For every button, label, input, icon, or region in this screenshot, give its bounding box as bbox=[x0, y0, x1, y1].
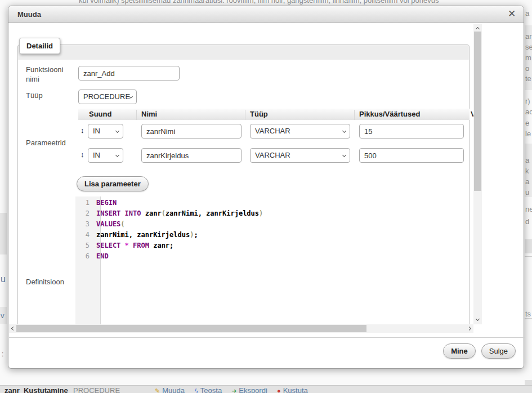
delete-icon: ● bbox=[277, 387, 281, 393]
type-label: Tüüp bbox=[26, 91, 43, 100]
horizontal-scrollbar[interactable] bbox=[9, 324, 473, 333]
dialog-footer: Mine Sulge bbox=[443, 343, 516, 359]
scroll-up-icon[interactable] bbox=[476, 27, 480, 31]
code-line: 2INSERT INTO zanr(zanrNimi, zanrKirjeldu… bbox=[75, 208, 470, 219]
param-table-header: Suund Nimi Tüüp Pikkus/Väärtused bbox=[78, 109, 470, 120]
close-icon[interactable]: ✕ bbox=[506, 8, 518, 20]
background-divider bbox=[525, 318, 532, 319]
function-name-input[interactable] bbox=[78, 66, 180, 81]
param2-direction-select[interactable]: IN bbox=[88, 148, 123, 163]
routine-type: PROCEDURE bbox=[73, 386, 120, 393]
drag-handle-icon[interactable]: ↕ bbox=[81, 150, 84, 159]
header-length: Pikkus/Väärtused bbox=[359, 110, 420, 118]
line-number: 5 bbox=[75, 240, 96, 251]
header-type: Tüüp bbox=[250, 110, 268, 118]
param1-length-input[interactable] bbox=[359, 124, 464, 139]
background-fragment: e bbox=[525, 119, 529, 127]
background-page-text: kui võimalik) spetsiifilisemad žanrimäär… bbox=[79, 0, 439, 5]
background-fragment: o bbox=[525, 64, 529, 73]
close-button[interactable]: Sulge bbox=[481, 343, 516, 359]
param1-type-select[interactable]: VARCHAR bbox=[250, 124, 350, 139]
background-fragment: ne bbox=[525, 205, 532, 213]
dialog-content: Detailid Funktsiooni nimi Tüüp PROCEDURE… bbox=[9, 24, 473, 324]
background-fragment: te bbox=[525, 74, 531, 83]
param1-name-input[interactable] bbox=[141, 124, 242, 139]
background-fragment: k bbox=[525, 167, 529, 175]
definition-label: Definitsioon bbox=[26, 278, 64, 286]
line-number: 3 bbox=[75, 219, 96, 230]
header-separator bbox=[136, 110, 137, 120]
vertical-scrollbar-thumb[interactable] bbox=[474, 32, 481, 191]
background-fragment: a bbox=[525, 9, 529, 17]
footer-divider bbox=[9, 337, 524, 338]
background-fragment: ac bbox=[525, 108, 532, 116]
fieldset-header-band bbox=[18, 45, 469, 60]
chevron-down-icon bbox=[342, 153, 346, 157]
routine-name: zanr_Kustutamine bbox=[5, 386, 68, 393]
edit-link[interactable]: ✎Muuda bbox=[155, 386, 185, 393]
dialog-titlebar[interactable]: Muuda ✕ bbox=[8, 6, 524, 23]
horizontal-scrollbar-thumb[interactable] bbox=[16, 325, 366, 332]
header-separator bbox=[354, 110, 355, 120]
line-number: 4 bbox=[75, 230, 96, 240]
header-name: Nimi bbox=[141, 110, 157, 118]
background-band bbox=[0, 213, 7, 254]
chevron-down-icon bbox=[342, 129, 346, 133]
parameters-label: Parameetrid bbox=[26, 139, 66, 147]
scroll-down-icon[interactable] bbox=[476, 317, 480, 321]
background-fragment: a bbox=[525, 177, 529, 186]
drag-handle-icon[interactable]: ↕ bbox=[81, 126, 84, 135]
tab-details[interactable]: Detailid bbox=[19, 38, 60, 54]
code-line: 5SELECT * FROM zanr; bbox=[75, 240, 470, 251]
background-fragment: r) bbox=[525, 97, 530, 105]
background-fragment: u bbox=[1, 274, 6, 284]
param2-type-select[interactable]: VARCHAR bbox=[250, 148, 350, 163]
pencil-icon: ✎ bbox=[155, 387, 160, 393]
code-line: 3VALUES( bbox=[75, 219, 470, 230]
param2-length-input[interactable] bbox=[359, 148, 464, 163]
background-fragment: m bbox=[525, 53, 531, 62]
type-select[interactable]: PROCEDURE bbox=[78, 90, 137, 104]
background-fragment: a bbox=[525, 156, 529, 164]
vertical-scrollbar[interactable] bbox=[473, 24, 482, 324]
line-number: 2 bbox=[75, 208, 96, 219]
header-direction: Suund bbox=[89, 110, 111, 118]
param2-name-input[interactable] bbox=[141, 148, 242, 163]
background-fragment: le bbox=[525, 129, 531, 138]
code-line: 1BEGIN bbox=[75, 198, 470, 208]
execute-link[interactable]: ϟTeosta bbox=[195, 386, 222, 393]
go-button[interactable]: Mine bbox=[443, 343, 476, 359]
chevron-down-icon bbox=[115, 153, 119, 157]
background-divider bbox=[525, 256, 532, 257]
line-number: 1 bbox=[75, 198, 96, 208]
background-fragment: d bbox=[525, 217, 529, 226]
dialog-title: Muuda bbox=[17, 10, 41, 19]
add-parameter-button[interactable]: Lisa parameeter bbox=[77, 176, 149, 191]
function-name-label: Funktsiooni nimi bbox=[26, 65, 78, 84]
header-separator bbox=[245, 110, 245, 120]
scroll-right-icon[interactable] bbox=[467, 327, 471, 331]
chevron-down-icon bbox=[115, 129, 119, 133]
export-icon: ➜ bbox=[231, 387, 236, 393]
sql-editor[interactable]: 1BEGIN2INSERT INTO zanr(zanrNimi, zanrKi… bbox=[75, 198, 470, 262]
lightning-icon: ϟ bbox=[195, 387, 198, 393]
code-line: 4zanrNimi, zanrKirjeldus); bbox=[75, 230, 470, 240]
background-fragment: ts bbox=[525, 310, 531, 318]
param1-direction-select[interactable]: IN bbox=[88, 124, 123, 139]
edit-routine-dialog: Muuda ✕ Detailid Funktsiooni nimi Tüüp P… bbox=[8, 6, 524, 369]
export-link[interactable]: ➜Ekspordi bbox=[231, 386, 267, 393]
background-fragment: se bbox=[525, 43, 532, 51]
background-fragment: u bbox=[525, 188, 529, 196]
code-line: 6END bbox=[75, 251, 470, 262]
background-fragment: ar bbox=[525, 32, 532, 41]
background-band bbox=[525, 239, 532, 253]
background-fragment: : bbox=[2, 350, 3, 358]
line-number: 6 bbox=[75, 251, 96, 262]
delete-link[interactable]: ●Kustuta bbox=[277, 386, 308, 393]
background-fragment: v bbox=[1, 311, 5, 320]
scroll-left-icon[interactable] bbox=[11, 327, 15, 331]
